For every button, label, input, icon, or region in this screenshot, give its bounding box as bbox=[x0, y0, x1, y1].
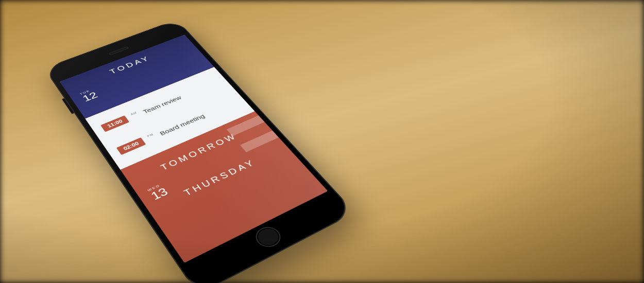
event-ampm: PM bbox=[146, 133, 154, 137]
phone-body: TODAY TUE 12 11:00 AM Team review 02:00 … bbox=[44, 20, 355, 283]
home-button[interactable] bbox=[251, 223, 285, 251]
phone-screen[interactable]: TODAY TUE 12 11:00 AM Team review 02:00 … bbox=[60, 34, 328, 263]
event-time-chip: 02:00 bbox=[116, 137, 146, 155]
event-title: Team review bbox=[142, 94, 183, 114]
event-title: Board meeting bbox=[158, 113, 206, 136]
stage: TODAY TUE 12 11:00 AM Team review 02:00 … bbox=[0, 0, 644, 283]
event-ampm: AM bbox=[130, 111, 137, 115]
event-time-chip: 11:00 bbox=[100, 115, 129, 132]
earpiece-speaker bbox=[109, 46, 129, 55]
today-date: TUE 12 bbox=[79, 88, 99, 103]
